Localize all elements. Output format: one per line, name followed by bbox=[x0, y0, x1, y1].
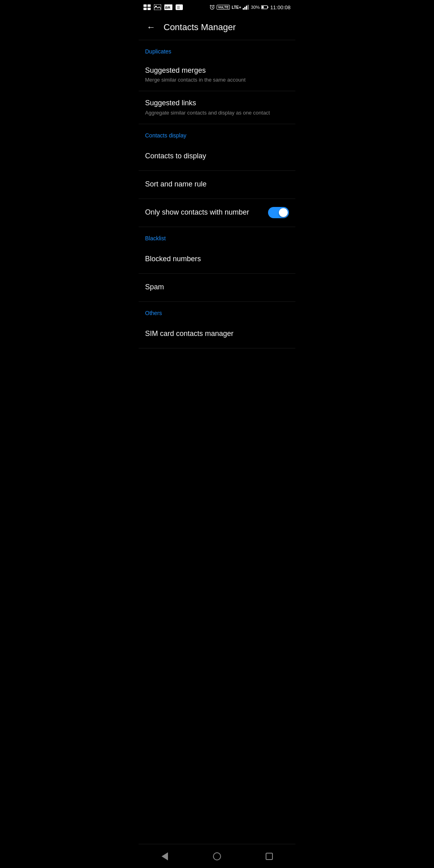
status-bar: BR ☰ VoLTE LTE+ 30% bbox=[139, 0, 295, 14]
list-item-contacts-to-display[interactable]: Contacts to display bbox=[139, 143, 295, 171]
svg-rect-19 bbox=[262, 6, 264, 8]
suggested-merges-title: Suggested merges bbox=[145, 66, 289, 75]
only-show-contacts-title: Only show contacts with number bbox=[145, 208, 268, 217]
suggested-links-subtitle: Aggregate similar contacts and display a… bbox=[145, 110, 289, 117]
svg-rect-1 bbox=[147, 4, 151, 7]
app-bar: ← Contacts Manager bbox=[139, 14, 295, 40]
back-nav-icon bbox=[162, 852, 168, 860]
section-duplicates: Duplicates Suggested merges Merge simila… bbox=[139, 40, 295, 124]
toggle-track bbox=[268, 207, 289, 218]
sort-and-name-rule-title: Sort and name rule bbox=[145, 180, 289, 189]
only-show-contacts-toggle[interactable] bbox=[268, 207, 289, 218]
suggested-merges-subtitle: Merge similar contacts in the same accou… bbox=[145, 77, 289, 84]
svg-rect-13 bbox=[243, 8, 244, 10]
svg-rect-18 bbox=[268, 6, 268, 8]
list-item-blocked-numbers[interactable]: Blocked numbers bbox=[139, 246, 295, 274]
app-bar-title: Contacts Manager bbox=[164, 22, 236, 33]
recent-nav-icon bbox=[266, 853, 273, 860]
svg-rect-2 bbox=[143, 8, 147, 10]
section-header-contacts-display: Contacts display bbox=[139, 124, 295, 143]
bottom-nav bbox=[139, 844, 295, 868]
sim-card-contacts-title: SIM card contacts manager bbox=[145, 329, 289, 338]
nav-home-button[interactable] bbox=[205, 848, 229, 864]
section-blacklist: Blacklist Blocked numbers Spam bbox=[139, 227, 295, 302]
toggle-thumb bbox=[279, 208, 288, 217]
spam-title: Spam bbox=[145, 283, 289, 292]
svg-rect-0 bbox=[143, 4, 147, 7]
content-area: Duplicates Suggested merges Merge simila… bbox=[139, 40, 295, 373]
status-right-icons: VoLTE LTE+ 30% 11:00:08 bbox=[209, 4, 291, 10]
svg-rect-16 bbox=[248, 5, 249, 10]
section-contacts-display: Contacts display Contacts to display Sor… bbox=[139, 124, 295, 227]
alarm-icon bbox=[209, 4, 215, 10]
grid-app-icon bbox=[143, 4, 151, 10]
section-header-duplicates: Duplicates bbox=[139, 40, 295, 59]
back-button[interactable]: ← bbox=[145, 21, 157, 33]
svg-rect-14 bbox=[244, 7, 246, 10]
svg-line-12 bbox=[214, 5, 215, 6]
image-app-icon bbox=[154, 4, 161, 10]
signal-bars-icon bbox=[243, 5, 249, 10]
nav-recent-button[interactable] bbox=[257, 848, 281, 864]
list-item-only-show-contacts-with-number[interactable]: Only show contacts with number bbox=[139, 199, 295, 227]
notification-icons: BR ☰ bbox=[143, 4, 183, 10]
svg-line-11 bbox=[210, 5, 211, 6]
contacts-to-display-title: Contacts to display bbox=[145, 151, 289, 161]
nav-back-button[interactable] bbox=[153, 848, 177, 864]
blocked-numbers-title: Blocked numbers bbox=[145, 254, 289, 264]
svg-rect-3 bbox=[147, 8, 151, 10]
volte-badge: VoLTE bbox=[217, 5, 230, 10]
list-item-suggested-merges[interactable]: Suggested merges Merge similar contacts … bbox=[139, 59, 295, 91]
svg-text:☰: ☰ bbox=[177, 6, 180, 10]
suggested-links-title: Suggested links bbox=[145, 98, 289, 108]
battery-icon bbox=[261, 5, 268, 9]
lte-signal: LTE+ bbox=[231, 5, 241, 10]
br-app-icon: BR bbox=[164, 4, 172, 10]
list-item-sim-card-contacts-manager[interactable]: SIM card contacts manager bbox=[139, 320, 295, 348]
home-nav-icon bbox=[213, 852, 221, 860]
battery-percentage: 30% bbox=[251, 5, 260, 10]
list-item-spam[interactable]: Spam bbox=[139, 274, 295, 302]
svg-rect-15 bbox=[246, 6, 247, 10]
section-header-blacklist: Blacklist bbox=[139, 227, 295, 246]
section-header-others: Others bbox=[139, 302, 295, 320]
android-app-icon: ☰ bbox=[176, 4, 183, 10]
svg-text:BR: BR bbox=[165, 6, 170, 10]
list-item-sort-and-name-rule[interactable]: Sort and name rule bbox=[139, 171, 295, 199]
status-time: 11:00:08 bbox=[270, 4, 291, 10]
section-others: Others SIM card contacts manager bbox=[139, 302, 295, 348]
list-item-suggested-links[interactable]: Suggested links Aggregate similar contac… bbox=[139, 91, 295, 124]
only-show-contacts-toggle-wrapper bbox=[268, 207, 289, 218]
